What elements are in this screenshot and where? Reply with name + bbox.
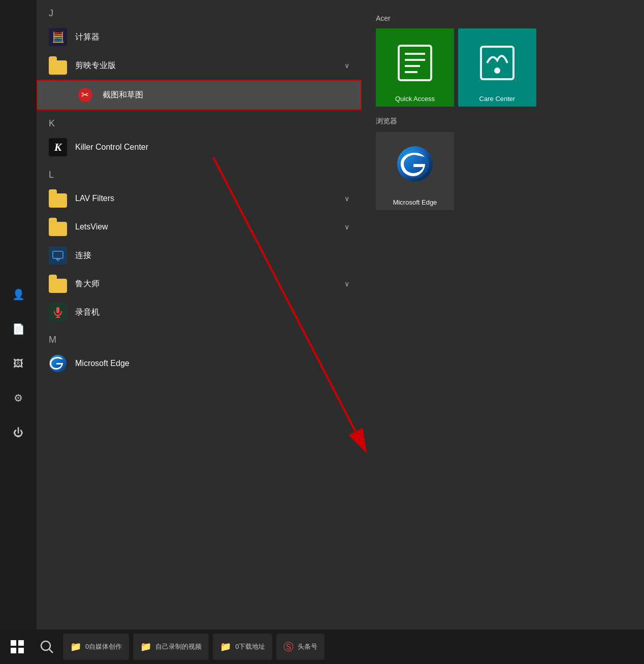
svg-rect-20 <box>18 640 24 646</box>
list-item[interactable]: Microsoft Edge <box>37 349 362 378</box>
section-letter-j: J <box>37 0 362 23</box>
svg-point-15 <box>494 68 500 74</box>
browser-tiles-row: Microsoft Edge <box>376 132 630 210</box>
folder-icon <box>49 189 67 208</box>
quick-access-tile[interactable]: Quick Access <box>376 28 454 107</box>
list-item[interactable]: 连接 <box>37 241 362 270</box>
care-center-tile[interactable]: Care Center <box>458 28 536 107</box>
list-item[interactable]: K Killer Control Center <box>37 133 362 161</box>
list-item[interactable]: LAV Filters ∨ <box>37 184 362 213</box>
svg-rect-9 <box>399 46 431 80</box>
taskbar-label: 头条号 <box>298 642 317 651</box>
list-item[interactable]: 鲁大师 ∨ <box>37 270 362 298</box>
taskbar-label: 0下载地址 <box>235 642 265 651</box>
app-name: Microsoft Edge <box>75 359 349 368</box>
svg-rect-21 <box>11 648 16 653</box>
list-item-snip[interactable]: ✂ 截图和草图 <box>37 80 362 110</box>
folder-icon: 📁 <box>220 641 231 652</box>
taskbar-item-0[interactable]: 📁 0自媒体创作 <box>63 634 129 660</box>
taskbar-item-1[interactable]: 📁 自己录制的视频 <box>133 634 209 660</box>
taskbar-label: 自己录制的视频 <box>155 642 202 651</box>
list-item[interactable]: 🧮 计算器 <box>37 23 362 51</box>
care-center-icon <box>477 43 518 89</box>
folder-icon <box>49 218 67 236</box>
microsoft-edge-tile[interactable]: Microsoft Edge <box>376 132 454 210</box>
app-name: 录音机 <box>75 307 349 318</box>
killer-icon: K <box>49 138 67 156</box>
pictures-icon[interactable]: 🖼 <box>8 353 28 374</box>
folder-name: LAV Filters <box>75 194 344 203</box>
svg-rect-22 <box>18 648 24 653</box>
tiles-area: Acer Quick Access <box>362 0 644 629</box>
connect-icon <box>49 246 67 264</box>
tile-label: Care Center <box>479 91 516 103</box>
app-name: 截图和草图 <box>103 90 348 101</box>
folder-icon <box>49 275 67 293</box>
tiles-section-title-acer: Acer <box>376 14 630 22</box>
chevron-icon: ∨ <box>344 61 349 70</box>
app-name: Killer Control Center <box>75 143 349 152</box>
list-item[interactable]: LetsView ∨ <box>37 213 362 241</box>
tile-label: Quick Access <box>395 91 435 103</box>
svg-rect-14 <box>481 47 513 79</box>
user-icon[interactable]: 👤 <box>8 284 28 305</box>
taskbar: 📁 0自媒体创作 📁 自己录制的视频 📁 0下载地址 Ⓢ 头条号 <box>0 629 644 664</box>
acer-tiles-row: Quick Access Care Center <box>376 28 630 107</box>
folder-name: 剪映专业版 <box>75 60 344 71</box>
edge-tile-icon <box>397 146 433 182</box>
svg-rect-2 <box>53 251 63 258</box>
taskbar-label: 0自媒体创作 <box>85 642 122 651</box>
svg-rect-3 <box>56 258 60 260</box>
chevron-icon: ∨ <box>344 223 349 231</box>
start-button[interactable] <box>4 634 30 660</box>
folder-icon: 📁 <box>140 641 151 652</box>
snip-icon: ✂ <box>76 86 94 104</box>
folder-icon: 📁 <box>70 641 81 652</box>
chevron-icon: ∨ <box>344 280 349 288</box>
tile-label: Microsoft Edge <box>393 194 437 206</box>
svg-rect-19 <box>11 640 16 646</box>
edge-icon <box>49 354 67 373</box>
section-letter-k: K <box>37 110 362 133</box>
list-item[interactable]: 录音机 <box>37 298 362 326</box>
app-name: 计算器 <box>75 32 349 43</box>
sidebar: 👤 📄 🖼 ⚙ ⏻ <box>0 0 37 629</box>
app-list: J 🧮 计算器 剪映专业版 ∨ ✂ 截图和草图 K K Kill <box>37 0 362 629</box>
section-letter-m: M <box>37 326 362 349</box>
taskbar-item-2[interactable]: 📁 0下载地址 <box>213 634 272 660</box>
chevron-icon: ∨ <box>344 194 349 203</box>
folder-icon <box>49 56 67 75</box>
power-icon[interactable]: ⏻ <box>8 422 28 443</box>
search-button[interactable] <box>35 635 59 659</box>
recorder-icon <box>49 303 67 321</box>
settings-icon[interactable]: ⚙ <box>8 388 28 408</box>
svg-point-23 <box>41 641 50 650</box>
list-item[interactable]: 剪映专业版 ∨ <box>37 51 362 80</box>
svg-text:✂: ✂ <box>81 90 89 100</box>
folder-name: 鲁大师 <box>75 279 344 289</box>
quick-access-icon <box>395 43 435 90</box>
sougou-icon: Ⓢ <box>283 640 294 654</box>
calculator-icon: 🧮 <box>49 28 67 46</box>
section-letter-l: L <box>37 161 362 184</box>
svg-line-24 <box>49 649 53 653</box>
tiles-section-title-browser: 浏览器 <box>376 117 630 126</box>
start-menu: 👤 📄 🖼 ⚙ ⏻ J 🧮 计算器 剪映专业版 ∨ ✂ <box>0 0 644 629</box>
svg-rect-5 <box>56 307 59 313</box>
taskbar-item-3[interactable]: Ⓢ 头条号 <box>276 634 325 660</box>
document-icon[interactable]: 📄 <box>8 319 28 339</box>
app-name: 连接 <box>75 250 349 261</box>
folder-name: LetsView <box>75 222 344 231</box>
